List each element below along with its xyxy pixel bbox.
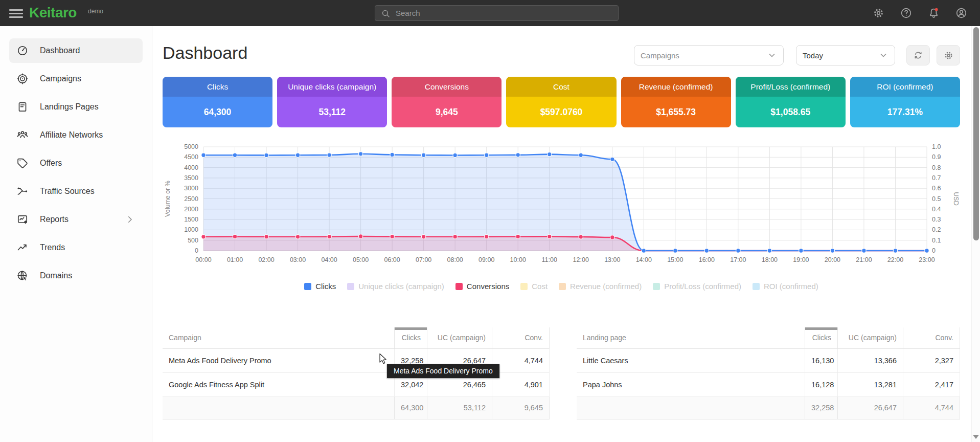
metric-card-value: $597.0760 — [506, 97, 616, 127]
column-header-landing-page[interactable]: Landing page — [577, 327, 805, 348]
account-avatar-icon[interactable] — [955, 7, 968, 19]
metric-card-label: Cost — [506, 77, 616, 97]
sidebar-item-landings-pages[interactable]: Landings Pages — [9, 95, 143, 119]
column-header-campaign[interactable]: Campaign — [163, 327, 395, 348]
dashboard-settings-button[interactable] — [937, 45, 960, 65]
global-search — [375, 5, 619, 21]
legend-item-conversions[interactable]: Conversions — [455, 282, 509, 291]
sidebar-item-domains[interactable]: Domains — [9, 263, 143, 288]
svg-text:3000: 3000 — [184, 185, 198, 192]
row-tooltip: Meta Ads Food Delivery Promo — [387, 364, 499, 378]
notifications-bell-icon[interactable] — [927, 7, 940, 19]
dashboard-chart: 005000.110000.215000.320000.425000.53000… — [163, 136, 960, 269]
sidebar-item-offers[interactable]: Offers — [9, 151, 143, 175]
svg-text:22:00: 22:00 — [887, 256, 903, 263]
dashboard-controls: Campaigns Today — [634, 45, 960, 65]
metric-card-profit-loss-confirmed-: Profit/Loss (confirmed)$1,058.65 — [736, 77, 846, 127]
sidebar-item-affiliate-networks[interactable]: Affiliate Networks — [9, 123, 143, 147]
sidebar-item-label: Reports — [40, 215, 69, 224]
search-icon — [380, 8, 391, 19]
sidebar-item-label: Affiliate Networks — [40, 130, 103, 140]
scrollbar-thumb[interactable] — [973, 27, 979, 240]
gauge-icon — [16, 45, 29, 57]
legend-swatch — [455, 283, 463, 290]
metric-card-unique-clicks-campaign-: Unique clicks (campaign)53,112 — [277, 77, 387, 127]
sidebar-item-reports[interactable]: Reports — [9, 207, 143, 232]
row-value-cell: 16,130 — [805, 348, 838, 372]
metric-card-label: Conversions — [392, 77, 502, 97]
svg-text:4500: 4500 — [184, 153, 198, 161]
legend-swatch — [304, 283, 311, 290]
metric-card-value: 53,112 — [277, 97, 387, 127]
legend-item-revenue-confirmed-[interactable]: Revenue (confirmed) — [559, 282, 642, 291]
totals-cell: 9,645 — [492, 396, 550, 419]
chevron-down-icon — [767, 50, 777, 60]
column-header-conv-[interactable]: Conv. — [492, 327, 550, 348]
page-title: Dashboard — [163, 43, 247, 63]
sidebar-item-trends[interactable]: Trends — [9, 235, 143, 260]
column-header-uc-campaign-[interactable]: UC (campaign) — [427, 327, 492, 348]
chevron-down-icon — [878, 50, 888, 60]
row-value-cell: 13,281 — [838, 372, 903, 396]
legend-item-clicks[interactable]: Clicks — [304, 282, 336, 291]
totals-cell: 4,744 — [903, 396, 960, 419]
column-header-clicks[interactable]: Clicks — [395, 327, 427, 348]
refresh-button[interactable] — [906, 45, 930, 65]
topbar: Keitaro demo — [0, 0, 980, 26]
svg-text:0.5: 0.5 — [932, 195, 941, 203]
legend-item-profit-loss-confirmed-[interactable]: Profit/Loss (confirmed) — [653, 282, 741, 291]
legend-label: ROI (confirmed) — [764, 282, 818, 291]
date-range-value: Today — [803, 51, 874, 60]
notification-dot — [935, 8, 938, 11]
metric-card-revenue-confirmed-: Revenue (confirmed)$1,655.73 — [621, 77, 731, 127]
split-icon — [16, 185, 29, 197]
metric-card-roi-confirmed-: ROI (confirmed)177.31% — [850, 77, 960, 127]
sidebar-item-traffic-sources[interactable]: Traffic Sources — [9, 179, 143, 204]
svg-text:16:00: 16:00 — [699, 256, 715, 263]
search-input[interactable] — [396, 6, 610, 20]
table-row: Little Caesars16,13013,3662,327 — [577, 348, 960, 372]
svg-text:0.3: 0.3 — [932, 216, 941, 223]
sidebar-item-label: Domains — [40, 271, 72, 280]
hamburger-menu-icon[interactable] — [9, 7, 23, 19]
column-header-uc-campaign-[interactable]: UC (campaign) — [838, 327, 903, 348]
svg-text:01:00: 01:00 — [227, 256, 243, 263]
metric-card-value: $1,655.73 — [621, 97, 731, 127]
totals-cell: 26,647 — [838, 396, 903, 419]
legend-swatch — [347, 283, 354, 290]
settings-gear-icon[interactable] — [872, 7, 885, 19]
metric-card-value: 9,645 — [392, 97, 502, 127]
svg-text:18:00: 18:00 — [762, 256, 778, 263]
trend-icon — [16, 241, 29, 254]
column-header-conv-[interactable]: Conv. — [903, 327, 960, 348]
svg-text:0.2: 0.2 — [932, 226, 941, 233]
row-name-cell[interactable]: Papa Johns — [577, 372, 805, 396]
svg-text:0.8: 0.8 — [932, 164, 941, 171]
legend-item-unique-clicks-campaign-[interactable]: Unique clicks (campaign) — [347, 282, 444, 291]
sidebar-item-dashboard[interactable]: Dashboard — [9, 38, 143, 63]
scroll-down-arrow[interactable] — [973, 435, 979, 439]
row-name-cell[interactable]: Meta Ads Food Delivery Promo — [163, 348, 395, 372]
legend-label: Revenue (confirmed) — [570, 282, 642, 291]
metric-card-value: 177.31% — [850, 97, 960, 127]
legend-label: Profit/Loss (confirmed) — [664, 282, 741, 291]
legend-item-cost[interactable]: Cost — [520, 282, 548, 291]
svg-text:1000: 1000 — [184, 226, 198, 233]
svg-text:04:00: 04:00 — [321, 256, 337, 263]
svg-text:14:00: 14:00 — [636, 256, 652, 263]
sidebar: DashboardCampaignsLandings PagesAffiliat… — [0, 26, 152, 442]
metric-cards: Clicks64,300Unique clicks (campaign)53,1… — [163, 77, 960, 127]
row-name-cell[interactable]: Google Ads Fitness App Split — [163, 372, 395, 396]
metric-card-label: Revenue (confirmed) — [621, 77, 731, 97]
globe-icon — [16, 270, 29, 282]
column-header-clicks[interactable]: Clicks — [805, 327, 838, 348]
campaigns-filter-select[interactable]: Campaigns — [634, 45, 784, 65]
legend-item-roi-confirmed-[interactable]: ROI (confirmed) — [753, 282, 818, 291]
help-icon[interactable] — [900, 7, 913, 19]
svg-text:USD: USD — [952, 192, 960, 205]
svg-text:3500: 3500 — [184, 174, 198, 182]
row-name-cell[interactable]: Little Caesars — [577, 348, 805, 372]
date-range-select[interactable]: Today — [796, 45, 895, 65]
row-value-cell: 16,128 — [805, 372, 838, 396]
sidebar-item-campaigns[interactable]: Campaigns — [9, 67, 143, 91]
